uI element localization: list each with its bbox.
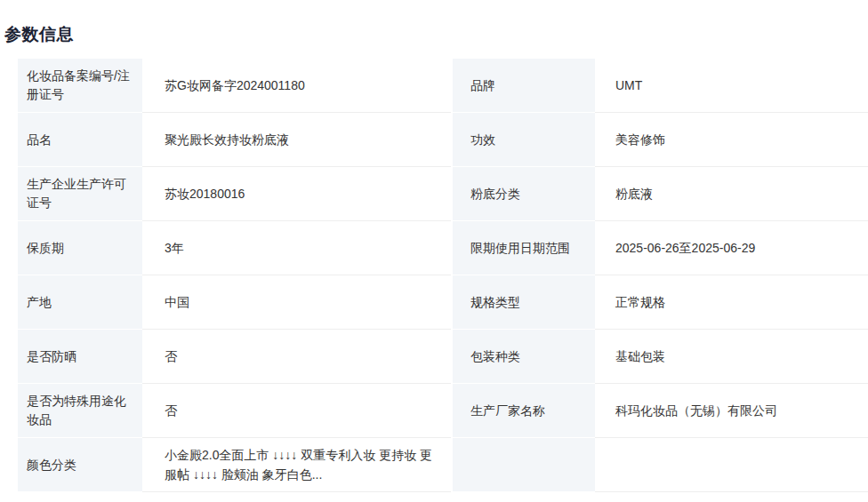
table-row: 颜色分类 小金殿2.0全面上市 ↓↓↓↓ 双重专利入妆 更持妆 更服帖 ↓↓↓↓…	[18, 438, 451, 492]
param-value: 正常规格	[595, 275, 868, 330]
param-value: UMT	[595, 59, 868, 113]
param-label: 粉底分类	[453, 167, 595, 221]
table-row: 限期使用日期范围 2025-06-26至2025-06-29	[453, 221, 868, 275]
table-row: 品名 聚光殿长效持妆粉底液	[18, 113, 451, 167]
param-label: 化妆品备案编号/注册证号	[18, 59, 142, 113]
params-column-left: 化妆品备案编号/注册证号 苏G妆网备字2024001180 品名 聚光殿长效持妆…	[18, 59, 451, 492]
table-row: 是否为特殊用途化妆品 否	[18, 384, 451, 438]
param-label: 功效	[453, 113, 595, 167]
table-row: 化妆品备案编号/注册证号 苏G妆网备字2024001180	[18, 59, 451, 113]
param-value: 否	[142, 330, 451, 384]
param-value: 苏妆20180016	[142, 167, 451, 221]
param-label: 限期使用日期范围	[453, 221, 595, 275]
param-value: 中国	[142, 275, 451, 330]
param-value	[595, 438, 868, 492]
param-value: 苏G妆网备字2024001180	[142, 59, 451, 113]
param-value: 聚光殿长效持妆粉底液	[142, 113, 451, 167]
param-label: 包装种类	[453, 330, 595, 384]
page-title: 参数信息	[4, 23, 74, 46]
table-row: 产地 中国	[18, 275, 451, 330]
table-row: 品牌 UMT	[453, 59, 868, 113]
table-row	[453, 438, 868, 492]
table-row: 生产企业生产许可证号 苏妆20180016	[18, 167, 451, 221]
param-value: 2025-06-26至2025-06-29	[595, 221, 868, 275]
param-value: 科玛化妆品（无锡）有限公司	[595, 384, 868, 438]
param-value: 粉底液	[595, 167, 868, 221]
param-value: 小金殿2.0全面上市 ↓↓↓↓ 双重专利入妆 更持妆 更服帖 ↓↓↓↓ 脸颊油 …	[142, 438, 451, 492]
table-row: 规格类型 正常规格	[453, 275, 868, 330]
param-label: 生产厂家名称	[453, 384, 595, 438]
param-label: 品名	[18, 113, 142, 167]
param-label: 品牌	[453, 59, 595, 113]
param-value: 美容修饰	[595, 113, 868, 167]
table-row: 包装种类 基础包装	[453, 330, 868, 384]
table-row: 保质期 3年	[18, 221, 451, 275]
param-label: 产地	[18, 275, 142, 330]
params-column-right: 品牌 UMT 功效 美容修饰 粉底分类 粉底液 限期使用日期范围 2025-06…	[453, 59, 868, 492]
param-label: 是否为特殊用途化妆品	[18, 384, 142, 438]
param-label	[453, 438, 595, 492]
param-label: 规格类型	[453, 275, 595, 330]
param-value: 否	[142, 384, 451, 438]
table-row: 功效 美容修饰	[453, 113, 868, 167]
params-table: 化妆品备案编号/注册证号 苏G妆网备字2024001180 品名 聚光殿长效持妆…	[18, 59, 868, 492]
table-row: 生产厂家名称 科玛化妆品（无锡）有限公司	[453, 384, 868, 438]
param-value: 基础包装	[595, 330, 868, 384]
param-label: 颜色分类	[18, 438, 142, 492]
table-row: 是否防晒 否	[18, 330, 451, 384]
product-params-page: 参数信息 化妆品备案编号/注册证号 苏G妆网备字2024001180 品名 聚光…	[0, 0, 868, 502]
param-label: 保质期	[18, 221, 142, 275]
table-row: 粉底分类 粉底液	[453, 167, 868, 221]
param-label: 生产企业生产许可证号	[18, 167, 142, 221]
param-label: 是否防晒	[18, 330, 142, 384]
param-value: 3年	[142, 221, 451, 275]
